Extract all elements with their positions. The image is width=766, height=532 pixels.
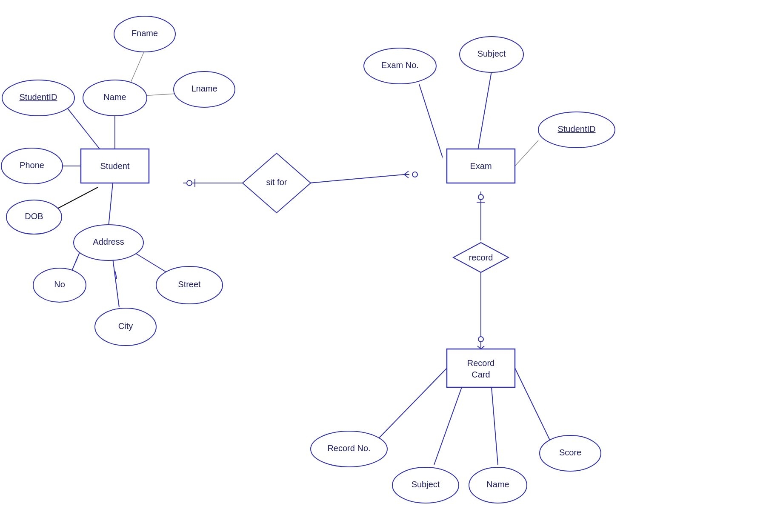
studentid-text: StudentID bbox=[20, 92, 57, 102]
no-text: No bbox=[54, 280, 65, 289]
svg-line-36 bbox=[374, 368, 447, 443]
svg-point-35 bbox=[478, 337, 483, 342]
record-card-entity bbox=[447, 349, 515, 387]
record-card-label-line2: Card bbox=[472, 370, 490, 379]
dob-text: DOB bbox=[25, 212, 43, 221]
student-label: Student bbox=[100, 161, 130, 171]
svg-point-29 bbox=[478, 194, 483, 200]
svg-line-15 bbox=[113, 259, 119, 307]
studentid-exam-text: StudentID bbox=[558, 124, 596, 134]
exam-label: Exam bbox=[470, 161, 492, 171]
svg-line-21 bbox=[404, 171, 409, 174]
svg-point-18 bbox=[187, 180, 192, 186]
fname-text: Fname bbox=[131, 29, 158, 38]
subject-exam-text: Subject bbox=[477, 49, 506, 58]
name-rc-text: Name bbox=[486, 480, 509, 489]
subject-rc-text: Subject bbox=[412, 480, 440, 489]
svg-point-24 bbox=[412, 172, 417, 177]
svg-line-10 bbox=[57, 187, 98, 209]
svg-line-26 bbox=[477, 72, 492, 157]
exam-no-text: Exam No. bbox=[381, 60, 419, 70]
score-text: Score bbox=[559, 448, 581, 457]
svg-line-13 bbox=[75, 257, 78, 263]
svg-line-22 bbox=[404, 174, 409, 178]
lname-text: Lname bbox=[191, 84, 217, 93]
svg-line-20 bbox=[309, 174, 404, 183]
svg-line-39 bbox=[515, 368, 551, 443]
svg-line-38 bbox=[492, 387, 498, 465]
svg-line-25 bbox=[419, 84, 443, 157]
record-card-label-line1: Record bbox=[467, 358, 494, 368]
name-text: Name bbox=[103, 92, 126, 102]
phone-text: Phone bbox=[20, 160, 44, 170]
svg-line-14 bbox=[132, 251, 170, 275]
svg-line-8 bbox=[143, 94, 177, 96]
record-label: record bbox=[469, 253, 493, 262]
address-text: Address bbox=[93, 237, 124, 246]
sit-for-label: sit for bbox=[266, 177, 287, 187]
street-text: Street bbox=[178, 280, 201, 289]
record-no-text: Record No. bbox=[327, 443, 370, 453]
svg-line-11 bbox=[109, 183, 113, 226]
city-text: City bbox=[118, 321, 133, 331]
svg-line-37 bbox=[434, 387, 462, 465]
svg-line-27 bbox=[515, 140, 538, 166]
